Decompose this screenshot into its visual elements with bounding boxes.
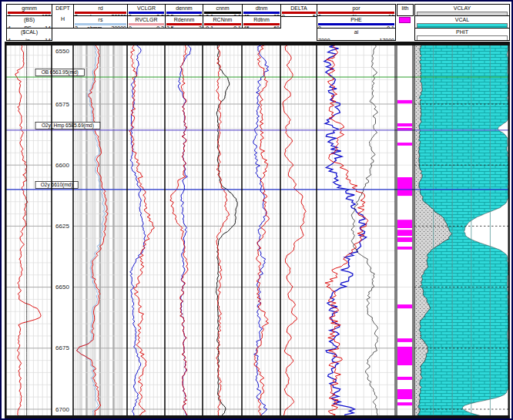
lith-bar[interactable] bbox=[397, 247, 412, 250]
lith-bar[interactable] bbox=[397, 123, 412, 126]
depth-tick-label: 6600 bbox=[55, 162, 69, 169]
lith-bar[interactable] bbox=[397, 237, 412, 242]
svg-text:O2y_Hmp 6585.69(md): O2y_Hmp 6585.69(md) bbox=[42, 123, 94, 129]
lith-bar[interactable] bbox=[397, 177, 412, 196]
lith-bar[interactable] bbox=[397, 338, 412, 342]
lith-bar[interactable] bbox=[397, 100, 412, 103]
depth-tick-label: 6700 bbox=[55, 406, 69, 413]
log-plot-canvas[interactable]: OB 6563.95(md)O2y_Hmp 6585.69(md)O2y 661… bbox=[2, 2, 511, 418]
svg-text:O2y 6610(md): O2y 6610(md) bbox=[41, 182, 73, 188]
lith-bar[interactable] bbox=[397, 143, 412, 146]
depth-tick-label: 6575 bbox=[55, 101, 69, 108]
depth-tick-label: 6625 bbox=[55, 223, 69, 230]
lith-bar[interactable] bbox=[397, 377, 412, 380]
lith-bar[interactable] bbox=[397, 230, 412, 236]
lith-bar[interactable] bbox=[397, 402, 412, 405]
lith-bar[interactable] bbox=[397, 304, 412, 308]
depth-tick-label: 6650 bbox=[55, 284, 69, 291]
depth-tick-label: 6675 bbox=[55, 344, 69, 351]
log-viewer-window: gmnm 0150(BS) 4BS14($CAL) bbox=[0, 0, 513, 420]
lith-bar[interactable] bbox=[397, 220, 412, 228]
lith-bar[interactable] bbox=[397, 389, 412, 399]
lith-bar[interactable] bbox=[397, 347, 412, 365]
depth-tick-label: 6550 bbox=[55, 48, 69, 55]
